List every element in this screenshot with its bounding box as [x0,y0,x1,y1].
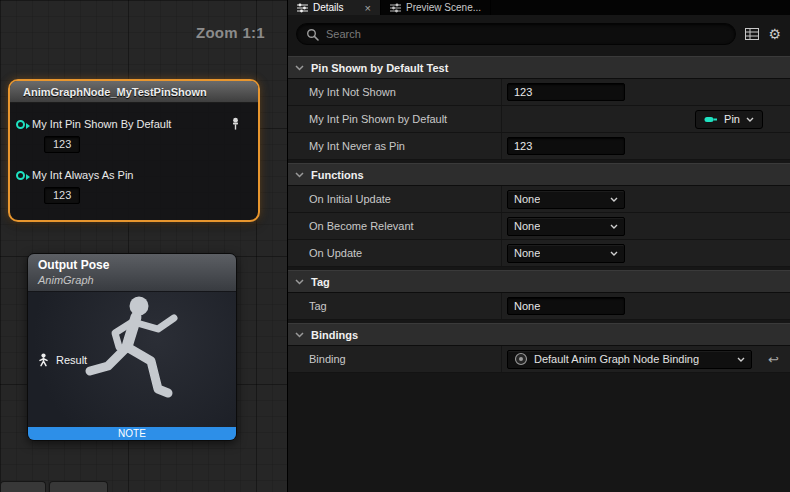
section-title: Bindings [311,329,358,341]
tag-input[interactable] [507,297,625,315]
property-value-cell [501,133,790,159]
pin-visibility-dropdown-button[interactable]: Pin [695,110,763,129]
pin-icon [704,115,718,124]
row-on-update: On Update None [288,240,790,267]
chevron-down-icon [746,117,754,122]
pin-label: My Int Always As Pin [32,169,133,181]
row-my-int-never-as-pin: My Int Never as Pin [288,133,790,160]
property-label: Binding [288,353,501,365]
property-value-cell: None [501,213,790,239]
property-label: My Int Never as Pin [288,140,501,152]
chevron-down-icon [295,279,304,285]
on-initial-update-dropdown[interactable]: None [507,190,625,209]
search-row: ⚙ [288,15,790,53]
property-label: Tag [288,300,501,312]
node-body: My Int Pin Shown By Default 123 My Int A… [10,103,258,220]
chevron-down-icon [610,197,618,202]
pose-result-icon[interactable] [37,353,50,367]
anim-graph-test-node[interactable]: AnimGraphNode_MyTestPinShown My Int Pin … [8,79,260,222]
property-value-cell [501,79,790,105]
tab-preview-scene[interactable]: Preview Scene... [381,0,491,15]
tab-details[interactable]: Details × [288,0,381,15]
property-label: My Int Pin Shown by Default [288,113,501,125]
anim-graph-canvas[interactable]: Zoom 1:1 AnimGraphNode_MyTestPinShown My… [0,0,287,492]
int-input-pin[interactable] [16,171,25,180]
pin-label: My Int Pin Shown By Default [32,118,171,130]
dropdown-value: Default Anim Graph Node Binding [534,353,699,365]
section-tag: Tag Tag [288,270,790,320]
property-value-cell: Pin [501,106,790,132]
property-label: On Become Relevant [288,220,501,232]
close-icon[interactable]: × [365,3,371,13]
chevron-down-icon [295,332,304,338]
tab-bar: Details × Preview Scene... [288,0,790,15]
property-value-cell: None [501,186,790,212]
pin-default-value[interactable]: 123 [44,187,80,204]
node-title: AnimGraphNode_MyTestPinShown [10,81,258,103]
section-title: Tag [311,276,330,288]
pin-default-value[interactable]: 123 [44,136,80,153]
search-input[interactable] [326,28,726,40]
node-subtitle: AnimGraph [38,273,226,287]
pushpin-icon[interactable] [229,117,242,131]
pin-row-shown-by-default: My Int Pin Shown By Default [14,116,250,132]
node-title: Output Pose [38,258,226,273]
search-icon [306,28,319,41]
details-panel: Details × Preview Scene... [287,0,790,492]
chevron-down-icon [295,65,304,71]
section-pin-test: Pin Shown by Default Test My Int Not Sho… [288,56,790,160]
property-label: On Initial Update [288,193,501,205]
chevron-down-icon [295,172,304,178]
binding-dropdown[interactable]: Default Anim Graph Node Binding [507,350,752,369]
pin-button-label: Pin [724,113,740,125]
note-bar: NOTE [28,427,236,440]
row-my-int-pin-shown-by-default: My Int Pin Shown by Default Pin [288,106,790,133]
int-input-pin[interactable] [16,120,25,129]
dropdown-value: None [514,247,540,259]
section-header[interactable]: Bindings [288,323,790,346]
section-header[interactable]: Functions [288,163,790,186]
row-binding: Binding Default Anim Graph Node Binding … [288,346,790,373]
reset-to-default-icon[interactable]: ↩ [768,352,779,367]
pin-row-always-as-pin: My Int Always As Pin [14,167,250,183]
unreal-editor-window: Zoom 1:1 AnimGraphNode_MyTestPinShown My… [0,0,790,492]
chevron-down-icon [737,357,745,362]
section-header[interactable]: Pin Shown by Default Test [288,56,790,79]
preview-scene-icon [390,3,401,13]
section-functions: Functions On Initial Update None On Beco… [288,163,790,267]
on-update-dropdown[interactable]: None [507,244,625,263]
partial-node[interactable] [49,481,108,492]
zoom-level-label: Zoom 1:1 [196,24,265,41]
property-value-cell [501,293,790,319]
mannequin-thumbnail [73,292,213,422]
partial-node[interactable] [0,481,46,492]
section-bindings: Bindings Binding Default Anim Graph Node… [288,323,790,373]
chevron-down-icon [610,251,618,256]
display-filter-grid-icon[interactable] [745,28,759,40]
details-sliders-icon [297,3,308,13]
on-become-relevant-dropdown[interactable]: None [507,217,625,236]
tab-label: Details [313,2,344,13]
property-value-cell: None [501,240,790,266]
dropdown-value: None [514,220,540,232]
search-box[interactable] [296,23,736,45]
node-header: Output Pose AnimGraph [28,254,236,292]
my-int-not-shown-input[interactable] [507,83,625,101]
row-on-become-relevant: On Become Relevant None [288,213,790,240]
dropdown-value: None [514,193,540,205]
binding-icon [514,352,528,366]
gear-icon[interactable]: ⚙ [768,27,781,41]
output-pose-node[interactable]: Output Pose AnimGraph Result [27,253,237,441]
my-int-never-as-pin-input[interactable] [507,137,625,155]
section-title: Pin Shown by Default Test [311,62,448,74]
property-label: My Int Not Shown [288,86,501,98]
row-my-int-not-shown: My Int Not Shown [288,79,790,106]
chevron-down-icon [610,224,618,229]
section-header[interactable]: Tag [288,270,790,293]
result-pin-row: Result [37,353,87,367]
property-value-cell: Default Anim Graph Node Binding ↩ [501,346,790,372]
row-on-initial-update: On Initial Update None [288,186,790,213]
row-tag: Tag [288,293,790,320]
property-label: On Update [288,247,501,259]
tab-label: Preview Scene... [406,2,481,13]
